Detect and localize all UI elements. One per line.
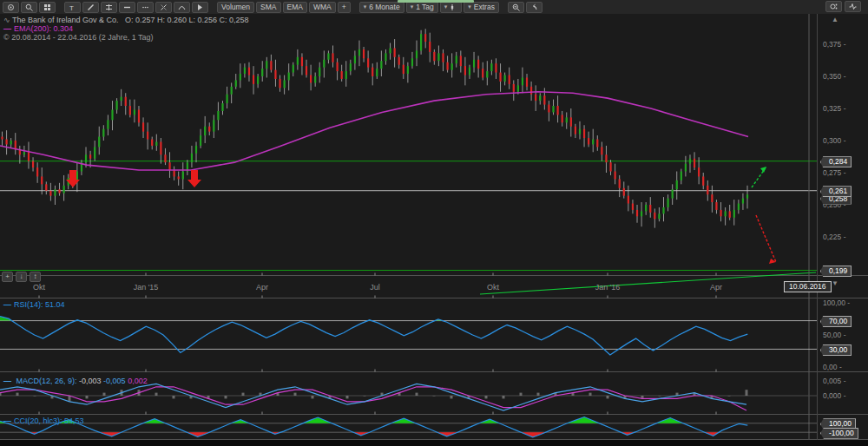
- hline-button[interactable]: [119, 2, 135, 13]
- pencil-button[interactable]: [82, 2, 99, 13]
- candle-up: [288, 73, 290, 81]
- candle-down: [372, 68, 373, 76]
- overlay-button-ema[interactable]: EMA: [283, 2, 307, 13]
- extras-dropdown[interactable]: ▾Extras: [464, 2, 499, 13]
- macd-label: MACD(12, 26, 9):: [16, 377, 77, 385]
- candle-up: [676, 180, 678, 189]
- candle-down: [160, 141, 161, 154]
- candle-down: [720, 210, 721, 216]
- candle-down: [588, 138, 589, 144]
- undo-button[interactable]: [526, 2, 542, 13]
- overlay-button-wma[interactable]: WMA: [309, 2, 336, 13]
- grid-button[interactable]: [39, 2, 56, 13]
- candle-up: [407, 66, 409, 74]
- cci-legend[interactable]: —CCI(20, hlc3): 54,53: [3, 416, 84, 425]
- macd-hist-bar: [86, 396, 89, 398]
- candle-up: [297, 57, 299, 65]
- candle-down: [36, 167, 38, 176]
- macd-hist-bar: [16, 393, 19, 396]
- ellipsis-button[interactable]: [137, 2, 154, 13]
- candle-up: [266, 61, 267, 69]
- overlay-button-+[interactable]: +: [338, 2, 351, 13]
- candle-down: [310, 75, 312, 83]
- interval-dropdown[interactable]: ▾1 Tag: [406, 2, 438, 13]
- macd-hist-bar: [485, 396, 488, 398]
- period-dropdown[interactable]: ▾6 Monate: [359, 2, 404, 13]
- macd-hist-bar: [103, 393, 106, 396]
- macd-hist-bar: [728, 396, 731, 397]
- macd-hist-bar: [659, 396, 661, 397]
- candle-up: [420, 34, 422, 50]
- candle-down: [729, 211, 731, 217]
- candle-down: [58, 189, 60, 193]
- candle-up: [107, 120, 108, 128]
- overlay-button-sma[interactable]: SMA: [256, 2, 280, 13]
- cci-label: CCI(20, hlc3): 54,53: [14, 416, 84, 425]
- search-button[interactable]: [21, 2, 37, 13]
- settings-button[interactable]: [825, 1, 842, 12]
- candle-up: [213, 120, 214, 131]
- candle-up: [111, 109, 113, 120]
- candle-up: [257, 76, 259, 84]
- candle-up: [490, 63, 492, 71]
- candle-up: [451, 63, 453, 69]
- candle-down: [403, 65, 404, 74]
- candle-down: [543, 95, 545, 104]
- gear-button[interactable]: [3, 2, 19, 13]
- svg-text:T: T: [69, 4, 74, 11]
- notification-bar: [398, 0, 474, 3]
- candle-down: [1, 137, 3, 140]
- macd-tick-label: 0,000 -: [823, 391, 861, 400]
- zoom-button[interactable]: [508, 2, 524, 13]
- time-tick-label: Jan '16: [595, 283, 621, 292]
- ema-legend[interactable]: —EMA(200): 0.304: [3, 24, 249, 33]
- text-tool-button[interactable]: T: [64, 2, 81, 13]
- macd-hist-bar: [520, 393, 523, 396]
- candle-up: [345, 71, 347, 79]
- chartstyle-dropdown[interactable]: ▾: [440, 2, 463, 13]
- candle-down: [41, 176, 43, 184]
- pointer-button[interactable]: [192, 2, 208, 13]
- axis-scroll-down-icon[interactable]: ▼: [832, 279, 838, 287]
- axis-scroll-up-icon[interactable]: ▲: [832, 16, 838, 23]
- resize-panel-button[interactable]: ↕: [30, 272, 41, 282]
- overlay-button-volumen[interactable]: Volumen: [217, 2, 254, 13]
- candle-up: [226, 95, 227, 103]
- candle-up: [327, 53, 329, 59]
- candle-down: [562, 115, 563, 122]
- add-indicator-button[interactable]: +: [2, 272, 13, 282]
- candle-up: [63, 186, 65, 193]
- eraser-button[interactable]: [155, 2, 172, 13]
- candle-up: [293, 65, 294, 73]
- macd-hist-bar: [589, 393, 592, 396]
- candle-up: [486, 71, 488, 77]
- curve-button[interactable]: [174, 2, 190, 13]
- candle-up: [552, 106, 554, 112]
- macd-hist-bar: [346, 396, 349, 398]
- candle-up: [134, 109, 135, 115]
- candle-down: [279, 79, 280, 88]
- candle-down: [509, 75, 510, 84]
- macd-legend[interactable]: — MACD(12, 26, 9): -0,003 -0,005 0,002: [3, 377, 148, 385]
- candle-up: [244, 68, 246, 74]
- instrument-title: The Bank of Ireland Gov & Co.: [12, 16, 119, 24]
- candle-down: [702, 176, 704, 185]
- candle-down: [446, 62, 448, 70]
- rsi-lower-tag: 30,00: [820, 344, 852, 356]
- rsi-legend[interactable]: —RSI(14): 51.04: [3, 300, 65, 309]
- pulse-button[interactable]: [845, 1, 861, 12]
- candle-down: [615, 172, 616, 180]
- candle-down: [424, 34, 426, 42]
- candle-up: [217, 111, 219, 120]
- candle-up: [85, 154, 87, 162]
- panel-tools: +↓↕: [2, 272, 41, 282]
- candle-down: [270, 61, 272, 69]
- ema-label: EMA(200): 0.304: [14, 24, 73, 33]
- wave-icon: ∿: [3, 16, 10, 24]
- candle-up: [284, 80, 286, 88]
- candle-down: [477, 60, 479, 69]
- macd-hist-bar: [433, 396, 436, 397]
- candle-up: [235, 80, 237, 86]
- collapse-panel-button[interactable]: ↓: [16, 272, 27, 282]
- fibonacci-button[interactable]: [101, 2, 117, 13]
